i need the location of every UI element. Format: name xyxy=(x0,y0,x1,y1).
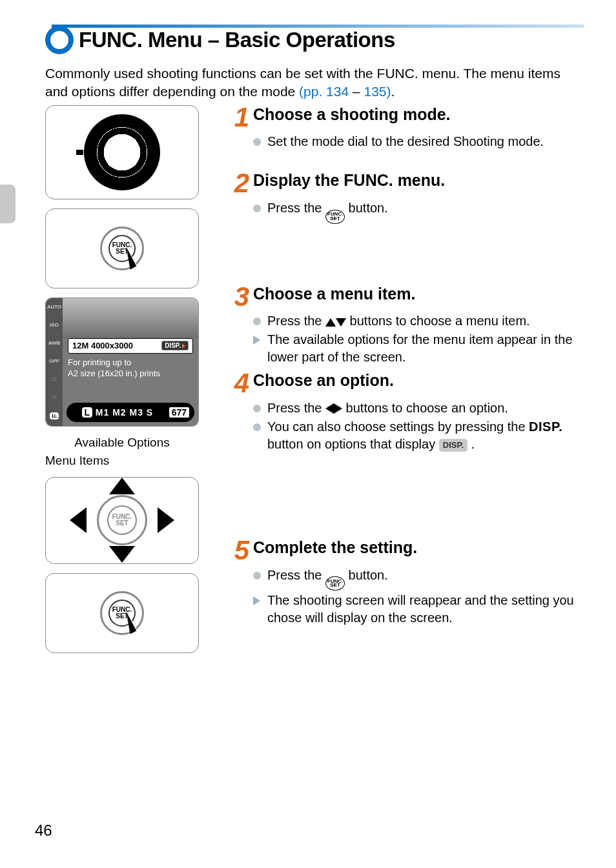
func-control-icon-2: FUNC.SET xyxy=(87,584,157,642)
page-ref-link-2[interactable]: 135) xyxy=(364,84,391,99)
func-set-icon-2: FUNC.SET xyxy=(325,576,345,590)
step-5-bullet-2: The shooting screen will reappear and th… xyxy=(253,592,584,627)
screen-resolution-box: 12M 4000x3000 DISP. xyxy=(68,338,193,354)
step-2-bullet: Press the FUNC.SET button. xyxy=(253,199,584,223)
page-number: 46 xyxy=(35,822,52,840)
lcd-screen-illustration: AUTO ISO AWB OFF □ □ 1L 12M 4000x3000 DI… xyxy=(45,298,199,427)
step-4-bullet-2: You can also choose settings by pressing… xyxy=(253,418,584,453)
mode-dial-icon xyxy=(84,114,160,190)
option-strip: L M1 M2 M3 S 677 xyxy=(67,403,194,422)
strip-rest: M1 M2 M3 S xyxy=(96,407,153,418)
thumb-tab xyxy=(0,185,15,223)
page-title: FUNC. Menu – Basic Operations xyxy=(79,28,395,52)
left-column: FUNC.SET AUTO ISO AWB OFF □ □ 1L 12M 400… xyxy=(45,105,214,662)
step-3-bullet-1: Press the buttons to choose a menu item. xyxy=(253,312,584,330)
dpad-illustration: FUNC.SET xyxy=(45,477,199,564)
step-title-5: Complete the setting. xyxy=(253,538,417,557)
step-title-2: Display the FUNC. menu. xyxy=(253,171,445,190)
period: . xyxy=(391,84,395,99)
strip-l: L xyxy=(82,407,92,418)
step-title-1: Choose a shooting mode. xyxy=(253,105,451,124)
sb-i: AUTO xyxy=(47,304,62,310)
screen-sidebar: AUTO ISO AWB OFF □ □ 1L xyxy=(46,298,63,426)
t: Press the xyxy=(267,201,325,215)
shots-remaining: 677 xyxy=(169,407,189,418)
t: button. xyxy=(345,568,388,582)
sb-i: □ xyxy=(53,394,56,400)
sb-i: □ xyxy=(53,376,56,382)
intro-paragraph: Commonly used shooting functions can be … xyxy=(45,65,584,101)
t: . xyxy=(467,437,475,451)
up-arrow-icon xyxy=(325,318,336,327)
t: Press the xyxy=(267,401,325,415)
func-button-illustration: FUNC.SET xyxy=(45,208,199,288)
t: buttons to choose an option. xyxy=(342,401,508,415)
step-number-4: 4 xyxy=(231,371,249,396)
screen-msg-2: A2 size (16x20 in.) prints xyxy=(68,368,193,379)
t: button on options that display xyxy=(267,437,439,451)
step-number-1: 1 xyxy=(231,105,249,130)
t: button. xyxy=(345,201,388,215)
step-4-bullet-1: Press the buttons to choose an option. xyxy=(253,399,584,417)
left-arrow-icon xyxy=(325,403,334,414)
caption-available-options: Available Options xyxy=(45,436,199,450)
page-ref-link[interactable]: (pp. 134 xyxy=(299,84,349,99)
dash: – xyxy=(349,84,364,99)
sb-i: ISO xyxy=(50,322,59,328)
right-arrow-icon xyxy=(334,403,342,414)
step-number-3: 3 xyxy=(231,285,249,309)
step-1-bullet: Set the mode dial to the desired Shootin… xyxy=(253,133,584,150)
t: Press the xyxy=(267,314,325,328)
caption-menu-items: Menu Items xyxy=(45,454,214,468)
disp-text-icon: DISP. xyxy=(529,419,562,434)
mode-dial-illustration xyxy=(45,105,199,199)
step-title-4: Choose an option. xyxy=(253,371,394,390)
step-5-bullet-1: Press the FUNC.SET button. xyxy=(253,567,584,590)
func-button-illustration-2: FUNC.SET xyxy=(45,573,199,653)
screen-message: For printing up to A2 size (16x20 in.) p… xyxy=(68,358,193,379)
func-set-icon: FUNC.SET xyxy=(325,210,345,224)
dpad-icon: FUNC.SET xyxy=(74,481,170,559)
title-bullet-icon xyxy=(45,26,74,54)
sb-i: AWB xyxy=(48,340,61,346)
t: buttons to choose a menu item. xyxy=(346,314,530,328)
title-row: FUNC. Menu – Basic Operations xyxy=(45,26,584,54)
t: Press the xyxy=(267,568,325,582)
func-control-icon: FUNC.SET xyxy=(87,219,157,278)
step-3-bullet-2: The available options for the menu item … xyxy=(253,331,584,366)
t: You can also choose settings by pressing… xyxy=(267,419,529,434)
step-title-3: Choose a menu item. xyxy=(253,285,415,303)
screen-res: 12M 4000x3000 xyxy=(72,341,133,350)
sb-i: OFF xyxy=(49,358,59,364)
step-number-2: 2 xyxy=(231,171,249,196)
f-b: SET xyxy=(116,520,128,527)
disp-chip-icon: DISP. xyxy=(439,439,467,452)
disp-pill: DISP. xyxy=(161,341,189,350)
screen-msg-1: For printing up to xyxy=(68,358,193,368)
step-number-5: 5 xyxy=(231,538,249,563)
screen-photo-area xyxy=(63,298,198,338)
sb-i-sel: 1L xyxy=(50,412,58,419)
down-arrow-icon xyxy=(336,318,346,327)
right-column: 1 Choose a shooting mode. Set the mode d… xyxy=(231,105,584,662)
